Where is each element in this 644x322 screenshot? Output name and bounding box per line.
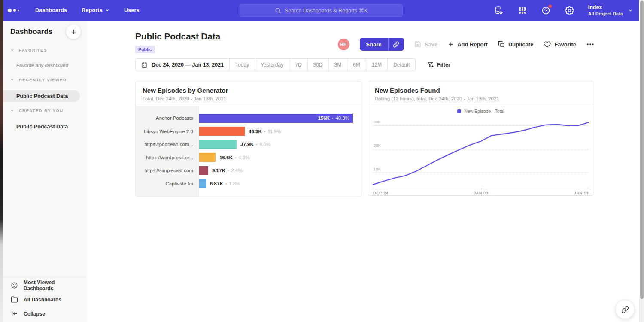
scrollbar-thumb[interactable] <box>640 1 644 299</box>
preset-12m[interactable]: 12M <box>366 58 388 71</box>
preset-yesterday[interactable]: Yesterday <box>255 58 289 71</box>
apps-grid-icon[interactable] <box>515 3 530 18</box>
plus-icon <box>448 41 454 47</box>
bar[interactable]: 156K40.3% <box>199 114 353 123</box>
preset-3m[interactable]: 3M <box>328 58 348 71</box>
legend-swatch <box>457 109 461 113</box>
save-button[interactable]: Save <box>414 41 437 48</box>
save-icon <box>414 41 421 48</box>
trend-line-svg <box>373 117 589 188</box>
collapse-sidebar-button[interactable]: Collapse <box>3 307 86 321</box>
preset-7d[interactable]: 7D <box>289 58 307 71</box>
sidebar-section-favorites[interactable]: FAVORITES <box>10 48 47 52</box>
more-options-button[interactable] <box>586 40 594 48</box>
app-window: Dashboards Reports Users Search Dashboar… <box>0 0 644 322</box>
date-controls: Dec 24, 2020 — Jan 13, 2021 Today Yester… <box>135 58 450 71</box>
footer-item-label: Collapse <box>24 311 45 317</box>
save-label: Save <box>425 41 437 48</box>
duplicate-icon <box>498 41 505 48</box>
bar-category-label: https://wordpress.or... <box>136 155 199 160</box>
preset-30d[interactable]: 30D <box>307 58 329 71</box>
filter-label: Filter <box>437 62 450 68</box>
bar-row: Anchor Podcasts 156K40.3% <box>136 112 361 125</box>
plus-icon <box>70 29 77 35</box>
chevron-down-icon <box>105 8 109 12</box>
workspace-switcher[interactable]: Index All Project Data <box>588 4 633 17</box>
floating-link-button[interactable] <box>615 300 635 319</box>
search-placeholder: Search Dashboards & Reports ⌘K <box>285 7 368 14</box>
more-dots-icon <box>586 40 594 48</box>
add-report-button[interactable]: Add Report <box>448 41 488 48</box>
sidebar-footer: Most Viewed Dashboards All Dashboards Co… <box>3 277 86 321</box>
favorite-button[interactable]: Favorite <box>544 41 576 48</box>
chart-legend: New Episode - Total <box>368 109 594 114</box>
bar-row: Captivate.fm 6.87K1.8% <box>136 177 361 191</box>
trend-line <box>373 122 589 185</box>
bar[interactable] <box>199 140 237 149</box>
folder-icon <box>11 296 18 303</box>
scrollbar-track[interactable] <box>639 0 644 322</box>
sidebar-section-recently-viewed[interactable]: RECENTLY VIEWED <box>10 77 67 82</box>
duplicate-button[interactable]: Duplicate <box>498 41 534 48</box>
top-navbar: Dashboards Reports Users Search Dashboar… <box>3 0 639 21</box>
search-icon <box>275 7 281 14</box>
bar[interactable] <box>199 166 208 175</box>
help-icon[interactable] <box>538 3 554 18</box>
bar-chart: Anchor Podcasts 156K40.3% Libsyn WebEngi… <box>136 106 361 197</box>
preset-today[interactable]: Today <box>229 58 255 71</box>
nav-users[interactable]: Users <box>124 7 140 13</box>
x-tick-label: JAN 03 <box>474 191 489 195</box>
settings-gear-icon[interactable] <box>562 3 577 18</box>
page-title: Public Podcast Data <box>135 31 220 42</box>
link-icon <box>393 41 399 48</box>
avatar[interactable]: RH <box>338 39 349 50</box>
bar-category-label: Captivate.fm <box>136 181 199 186</box>
share-button[interactable]: Share <box>360 38 404 51</box>
bar-row: Libsyn WebEngine 2.0 46.3K11.9% <box>136 125 361 138</box>
bar-category-label: Libsyn WebEngine 2.0 <box>136 129 199 134</box>
sidebar-item-public-podcast-data-selected[interactable]: Public Podcast Data <box>3 90 80 102</box>
sidebar-item-public-podcast-data[interactable]: Public Podcast Data <box>16 124 68 130</box>
favorite-label: Favorite <box>554 41 576 48</box>
nav-reports[interactable]: Reports <box>82 7 109 13</box>
filter-button[interactable]: Filter <box>427 58 450 71</box>
chart-title: New Episodes Found <box>375 87 587 94</box>
header-actions: RH Share Save Add Report Duplicate <box>338 38 594 51</box>
workspace-scope: All Project Data <box>588 11 623 17</box>
chevron-down-icon <box>628 8 633 13</box>
sidebar-item-label: Public Podcast Data <box>16 124 68 130</box>
data-sources-icon[interactable] <box>491 3 507 18</box>
add-dashboard-button[interactable] <box>66 24 81 39</box>
nav-dashboards[interactable]: Dashboards <box>35 7 67 13</box>
date-range-picker[interactable]: Dec 24, 2020 — Jan 13, 2021 <box>135 58 230 71</box>
chevron-down-icon <box>10 109 14 112</box>
most-viewed-dashboards-button[interactable]: Most Viewed Dashboards <box>3 278 86 292</box>
bar-category-label: https://podbean.com... <box>136 142 199 147</box>
preset-6m[interactable]: 6M <box>347 58 366 71</box>
chart-subtitle: Total, Dec 24th, 2020 - Jan 13th, 2021 <box>143 96 354 101</box>
section-label: RECENTLY VIEWED <box>19 77 67 82</box>
chart-title: New Episodes by Generator <box>143 87 354 94</box>
bar[interactable] <box>199 179 206 188</box>
sidebar-section-created-by-you[interactable]: CREATED BY YOU <box>10 108 64 113</box>
share-link-button[interactable] <box>389 38 404 51</box>
heart-icon <box>544 41 551 48</box>
bar-row: https://podbean.com... 37.9K9.8% <box>136 138 361 151</box>
nav-users-label: Users <box>124 7 140 13</box>
sidebar-title: Dashboards <box>10 27 52 36</box>
duplicate-label: Duplicate <box>508 41 534 48</box>
chart-subtitle: Rolling (12 hours), total, Dec 24th, 202… <box>375 96 587 101</box>
preset-default[interactable]: Default <box>387 58 416 71</box>
all-dashboards-button[interactable]: All Dashboards <box>3 292 86 307</box>
smiley-icon <box>11 282 18 289</box>
legend-label: New Episode - Total <box>464 109 504 114</box>
plot-area: 30K 20K 10K <box>373 117 589 188</box>
nav-dashboards-label: Dashboards <box>35 7 67 13</box>
x-tick-label: JAN 13 <box>574 191 589 195</box>
bar-category-label: https://simplecast.com <box>136 168 199 173</box>
link-icon <box>621 306 629 313</box>
bar[interactable] <box>199 127 245 136</box>
search-input[interactable]: Search Dashboards & Reports ⌘K <box>240 4 403 17</box>
bar[interactable] <box>199 153 216 162</box>
app-logo-icon[interactable] <box>8 9 25 12</box>
